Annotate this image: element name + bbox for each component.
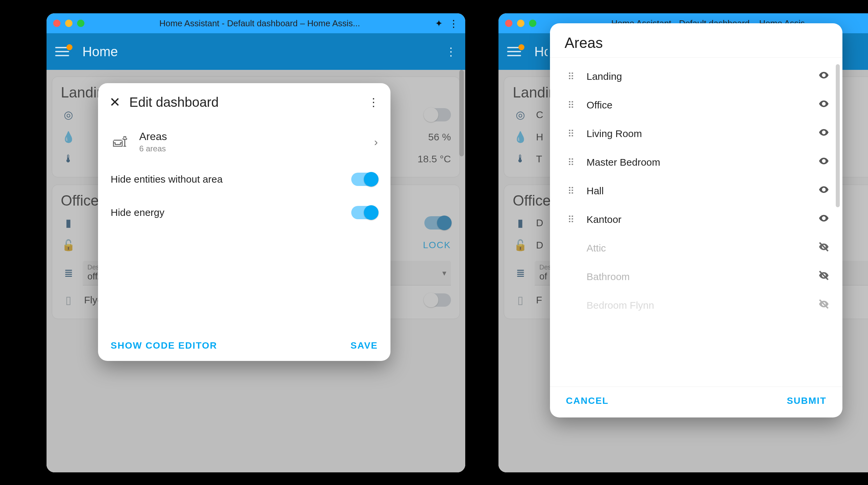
eye-icon[interactable] xyxy=(817,184,831,198)
areas-title: Areas xyxy=(139,131,167,143)
notification-dot-icon xyxy=(66,44,72,50)
extensions-icon[interactable]: ✦ xyxy=(435,18,443,29)
area-name: Kantoor xyxy=(587,214,807,225)
modal-footer: CANCEL SUBMIT xyxy=(550,387,842,418)
area-row[interactable]: ⠿ Hall xyxy=(561,177,834,205)
option-label: Hide energy xyxy=(111,207,164,218)
dropdown-icon: ▾ xyxy=(442,268,446,278)
zoom-window-icon[interactable] xyxy=(77,20,84,27)
scrollbar[interactable] xyxy=(836,64,840,207)
device-icon: ▯ xyxy=(61,294,76,306)
lock-open-icon: 🔓 xyxy=(513,239,528,252)
svg-point-0 xyxy=(823,74,825,76)
modal-edit-dashboard: ✕ Edit dashboard ⋮ 🛋 Areas 6 areas › Hid… xyxy=(98,83,391,361)
option-hide-entities[interactable]: Hide entities without area xyxy=(111,163,378,196)
list-icon: ≣ xyxy=(513,267,528,279)
eye-off-icon[interactable] xyxy=(817,270,831,284)
eye-icon[interactable] xyxy=(817,212,831,227)
close-window-icon[interactable] xyxy=(53,20,60,27)
modal-areas: Areas ⠿ Landing ⠿ Office xyxy=(550,23,842,418)
window-left: Home Assistant - Default dashboard – Hom… xyxy=(46,13,465,473)
toggle[interactable] xyxy=(424,108,451,121)
humidity-value: 56 % xyxy=(428,132,451,143)
svg-point-4 xyxy=(823,189,825,191)
lock-open-icon: 🔓 xyxy=(61,239,76,252)
svg-point-1 xyxy=(823,103,825,105)
modal-header: ✕ Edit dashboard ⋮ xyxy=(98,83,391,111)
option-label: Hide entities without area xyxy=(111,174,223,185)
toggle[interactable] xyxy=(424,293,451,307)
area-row[interactable]: ⠿ Living Room xyxy=(561,119,834,148)
ceiling-light-icon: ◎ xyxy=(61,109,76,121)
list-icon: ≣ xyxy=(61,267,76,279)
areas-list: ⠿ Landing ⠿ Office ⠿ Living Room xyxy=(550,58,842,387)
window-right: Home Assistant - Default dashboard – Hom… xyxy=(498,13,868,473)
area-row-hidden[interactable]: ⠿ Bedroom Flynn xyxy=(561,291,834,320)
eye-off-icon[interactable] xyxy=(817,298,831,312)
scrollbar[interactable] xyxy=(459,70,464,156)
drag-handle-icon[interactable]: ⠿ xyxy=(565,186,577,197)
modal-header: Areas xyxy=(550,23,842,58)
svg-point-5 xyxy=(823,217,825,219)
hamburger-menu-icon[interactable] xyxy=(55,47,69,56)
area-row[interactable]: ⠿ Office xyxy=(561,91,834,119)
areas-subtitle: 6 areas xyxy=(139,144,167,153)
modal-kebab-icon[interactable]: ⋮ xyxy=(368,95,379,109)
submit-button[interactable]: SUBMIT xyxy=(787,396,827,406)
temperature-value: 18.5 °C xyxy=(418,153,451,165)
areas-row[interactable]: 🛋 Areas 6 areas › xyxy=(111,121,378,163)
toggle[interactable] xyxy=(424,216,451,230)
area-name: Master Bedroom xyxy=(587,157,807,168)
hamburger-menu-icon[interactable] xyxy=(507,47,521,56)
window-title: Home Assistant - Default dashboard – Hom… xyxy=(84,18,435,29)
drag-handle-icon[interactable]: ⠿ xyxy=(565,157,577,168)
modal-title: Areas xyxy=(565,35,828,51)
eye-icon[interactable] xyxy=(817,155,831,169)
minimize-window-icon[interactable] xyxy=(65,20,72,27)
thermometer-icon: 🌡 xyxy=(61,153,76,165)
drag-handle-icon[interactable]: ⠿ xyxy=(565,71,577,82)
eye-icon[interactable] xyxy=(817,98,831,112)
eye-icon[interactable] xyxy=(817,69,831,84)
drag-handle-icon[interactable]: ⠿ xyxy=(565,100,577,111)
app-title: Home xyxy=(534,44,548,59)
traffic-lights[interactable] xyxy=(505,20,536,27)
option-hide-energy[interactable]: Hide energy xyxy=(111,196,378,229)
area-name: Hall xyxy=(587,185,807,197)
traffic-lights[interactable] xyxy=(53,20,84,27)
app-title: Home xyxy=(83,44,118,59)
browser-menu-icon[interactable]: ⋮ xyxy=(448,18,459,29)
eye-icon[interactable] xyxy=(817,127,831,141)
toggle[interactable] xyxy=(351,173,378,186)
area-row-hidden[interactable]: ⠿ Attic xyxy=(561,234,834,262)
cancel-button[interactable]: CANCEL xyxy=(566,396,609,406)
area-name: Bedroom Flynn xyxy=(587,300,807,311)
lock-button[interactable]: LOCK xyxy=(423,240,451,251)
app-bar: Home ⋮ xyxy=(46,33,465,70)
modal-footer: SHOW CODE EDITOR SAVE xyxy=(98,334,391,361)
drag-handle-icon[interactable]: ⠿ xyxy=(565,129,577,139)
save-button[interactable]: SAVE xyxy=(350,340,378,351)
area-name: Bathroom xyxy=(587,271,807,282)
zoom-window-icon[interactable] xyxy=(529,20,536,27)
app-kebab-icon[interactable]: ⋮ xyxy=(445,45,457,58)
close-icon[interactable]: ✕ xyxy=(109,94,121,110)
area-name: Attic xyxy=(587,242,807,254)
modal-title: Edit dashboard xyxy=(129,95,359,110)
area-row[interactable]: ⠿ Kantoor xyxy=(561,205,834,234)
area-row[interactable]: ⠿ Master Bedroom xyxy=(561,148,834,177)
toggle[interactable] xyxy=(351,206,378,219)
eye-off-icon[interactable] xyxy=(817,241,831,255)
minimize-window-icon[interactable] xyxy=(517,20,524,27)
svg-point-2 xyxy=(823,132,825,133)
area-row[interactable]: ⠿ Landing xyxy=(561,62,834,91)
close-window-icon[interactable] xyxy=(505,20,513,27)
show-code-editor-button[interactable]: SHOW CODE EDITOR xyxy=(111,340,217,351)
water-drop-icon: 💧 xyxy=(513,131,528,143)
device-icon: ▮ xyxy=(513,217,528,229)
water-drop-icon: 💧 xyxy=(61,131,76,143)
area-row-hidden[interactable]: ⠿ Bathroom xyxy=(561,262,834,291)
notification-dot-icon xyxy=(518,44,524,50)
area-name: Landing xyxy=(587,71,807,82)
drag-handle-icon[interactable]: ⠿ xyxy=(565,214,577,225)
